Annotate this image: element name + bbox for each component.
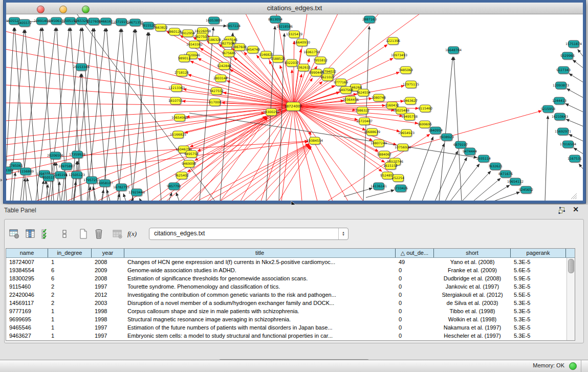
graph-node[interactable]: 19495758 [401, 113, 418, 121]
graph-node[interactable]: 3624554 [356, 89, 371, 97]
table-row[interactable]: 2242004622012Investigating the contribut… [6, 291, 567, 299]
graph-node[interactable]: 8813054 [268, 16, 282, 24]
column-header-title[interactable]: title [124, 249, 396, 257]
graph-edge[interactable] [261, 106, 293, 201]
graph-node[interactable]: 2887163 [362, 16, 377, 24]
graph-node[interactable]: 9860124 [167, 28, 182, 36]
graph-node[interactable]: 950515 [42, 174, 55, 182]
graph-edge[interactable] [200, 27, 213, 201]
graph-edge[interactable] [106, 28, 120, 201]
table-row[interactable]: 977716911998Corpus callosum shape and si… [6, 307, 567, 315]
graph-node[interactable]: 9329966 [560, 52, 575, 60]
graph-node[interactable]: 7625402 [175, 172, 189, 180]
graph-edge[interactable] [462, 171, 491, 201]
graph-node[interactable]: 15751874 [565, 40, 582, 49]
graph-edge[interactable] [579, 164, 583, 169]
graph-node[interactable]: 16640910 [294, 39, 310, 47]
graph-node[interactable]: 1221396 [386, 37, 400, 46]
graph-node[interactable]: 15692971 [555, 128, 571, 136]
graph-node[interactable]: 18724007 [284, 102, 302, 112]
row-height-icon[interactable] [58, 227, 71, 240]
resize-grip-icon[interactable] [575, 198, 577, 199]
column-header-in_degree[interactable]: in_degree [48, 249, 92, 257]
graph-node[interactable]: 9777169 [334, 79, 348, 87]
graph-edge[interactable] [366, 190, 394, 198]
graph-node[interactable]: 9215958 [541, 105, 555, 114]
graph-edge[interactable] [176, 192, 179, 201]
table-selector-dropdown[interactable]: citations_edges.txt ▲▼ [149, 228, 349, 240]
graph-edge[interactable] [494, 192, 520, 201]
scrollbar-thumb[interactable] [568, 259, 574, 273]
graph-node[interactable]: 9884067 [377, 151, 391, 159]
graph-edge[interactable] [573, 60, 583, 68]
vertical-scrollbar[interactable] [567, 258, 575, 340]
table-row[interactable]: 946362711997Embryonic stem cells: a mode… [6, 332, 567, 340]
graph-node[interactable]: 20364456 [342, 96, 359, 104]
graph-node[interactable]: 3427552 [209, 87, 224, 96]
graph-node[interactable]: 9857791 [167, 183, 181, 191]
graph-edge[interactable] [188, 75, 293, 106]
graph-edge[interactable] [220, 33, 233, 201]
graph-edge[interactable] [279, 146, 311, 201]
graph-node[interactable]: 15720407 [356, 118, 373, 126]
resize-grip-icon[interactable] [573, 195, 577, 199]
graph-node[interactable]: 8938923 [440, 134, 454, 142]
graph-edge[interactable] [484, 185, 510, 201]
graph-node[interactable]: 1405572 [17, 19, 32, 28]
graph-node[interactable]: 10973493 [391, 52, 407, 60]
network-window-titlebar[interactable]: citations_edges.txt [6, 3, 583, 14]
row-selection-icon[interactable] [39, 227, 53, 240]
graph-edge[interactable] [151, 116, 266, 201]
graph-node[interactable]: 18300295 [263, 108, 279, 117]
column-header-name[interactable]: name [6, 249, 48, 257]
graph-node[interactable]: 9469099 [182, 160, 196, 168]
graph-node[interactable]: 10756928 [395, 144, 411, 152]
graph-node[interactable]: 16958107 [97, 180, 113, 188]
graph-node[interactable]: 917008 [209, 99, 221, 107]
graph-edge[interactable] [473, 178, 500, 201]
delete-column-icon[interactable] [92, 227, 105, 240]
table-row[interactable]: 1456911722003Disruption of a novel membe… [6, 299, 567, 307]
graph-node[interactable]: 12213363 [168, 84, 185, 93]
float-panel-icon[interactable] [558, 207, 565, 214]
graph-node[interactable]: 16961758 [303, 49, 320, 57]
graph-node[interactable]: 12505123 [69, 171, 85, 180]
table-row[interactable]: 911546021997Tourette syndrome. Phenomeno… [6, 282, 567, 291]
graph-node[interactable]: 20891406 [34, 17, 50, 26]
graph-node[interactable]: 1810755 [168, 97, 183, 105]
new-column-icon[interactable] [76, 227, 90, 240]
graph-node[interactable]: 1167531 [568, 155, 582, 163]
table-row[interactable]: 1938455462009Genome-wide association stu… [6, 266, 567, 274]
graph-node[interactable]: 1145194 [53, 171, 68, 180]
graph-node[interactable]: 989012 [178, 55, 190, 63]
graph-node[interactable]: 9227343 [556, 67, 571, 75]
graph-edge[interactable] [293, 106, 333, 201]
graph-node[interactable]: 9474444 [463, 148, 477, 156]
graph-node[interactable]: 8186328 [207, 36, 221, 45]
graph-edge[interactable] [6, 106, 293, 121]
graph-node[interactable]: 16543382 [186, 41, 203, 49]
graph-node[interactable]: 1615152 [383, 162, 398, 170]
table-row[interactable]: 946554611997Estimation of the future num… [6, 323, 567, 332]
graph-node[interactable]: 12093873 [553, 82, 569, 90]
graph-node[interactable]: 1621022 [320, 74, 335, 82]
graph-node[interactable]: 3675685 [222, 50, 236, 58]
graph-node[interactable]: 8912954 [181, 30, 195, 38]
graph-edge[interactable] [227, 81, 293, 106]
graph-edge[interactable] [578, 49, 583, 57]
graph-node[interactable]: 7632621 [488, 163, 503, 171]
table-row[interactable]: 1830029562008Estimation of significance … [6, 274, 567, 282]
graph-edge[interactable] [41, 181, 43, 201]
graph-node[interactable]: 12923448 [128, 189, 145, 197]
graph-edge[interactable] [231, 145, 309, 201]
graph-node[interactable]: 10975887 [58, 163, 75, 171]
graph-node[interactable]: 1588520 [271, 55, 285, 63]
graph-node[interactable]: 8454749 [246, 46, 260, 54]
graph-node[interactable]: 10654112 [507, 178, 524, 186]
graph-node[interactable]: 2935114 [476, 155, 491, 163]
graph-node[interactable]: 10654985 [171, 114, 188, 122]
table-row[interactable]: 969969511998Structural magnetic resonanc… [6, 315, 567, 323]
graph-node[interactable]: 16210643 [552, 113, 568, 121]
graph-edge[interactable] [409, 137, 433, 201]
column-header-year[interactable]: year [92, 249, 124, 257]
